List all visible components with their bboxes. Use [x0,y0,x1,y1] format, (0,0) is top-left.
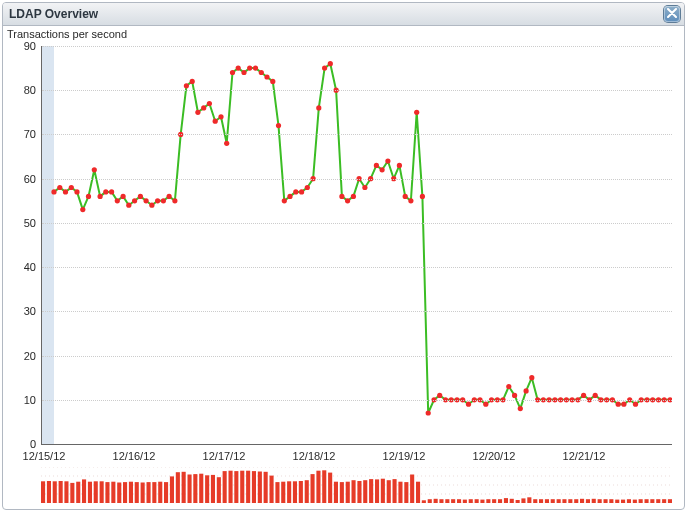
svg-rect-159 [311,474,315,503]
svg-point-56 [374,163,379,168]
svg-rect-208 [598,499,602,503]
svg-rect-175 [404,482,408,503]
svg-point-51 [345,198,350,203]
svg-rect-164 [340,482,344,503]
y-tick-label: 20 [24,350,42,362]
svg-point-11 [115,198,120,203]
svg-rect-134 [164,482,168,503]
svg-rect-183 [451,499,455,503]
svg-point-25 [195,110,200,115]
svg-rect-187 [475,499,479,503]
gridline [42,90,672,91]
svg-rect-126 [117,483,121,504]
svg-rect-210 [609,499,613,503]
svg-point-82 [524,388,529,393]
svg-rect-209 [604,499,608,503]
svg-point-36 [259,70,264,75]
svg-rect-170 [375,479,379,503]
svg-point-19 [161,198,166,203]
svg-rect-168 [363,480,367,503]
svg-point-57 [380,167,385,172]
panel-header: LDAP Overview [3,3,684,26]
x-tick-label: 12/21/12 [563,450,606,462]
gridline [42,134,672,135]
svg-point-4 [74,189,79,194]
svg-point-35 [253,66,258,71]
svg-point-9 [103,189,108,194]
svg-rect-220 [668,499,672,503]
plot-area[interactable]: 010203040506070809012/15/1212/16/1212/17… [41,46,672,445]
svg-point-18 [155,198,160,203]
svg-rect-171 [381,479,385,503]
svg-rect-180 [434,499,438,503]
svg-point-2 [63,189,68,194]
svg-rect-172 [387,480,391,503]
y-tick-label: 40 [24,261,42,273]
svg-point-60 [397,163,402,168]
svg-point-63 [414,110,419,115]
svg-point-67 [437,393,442,398]
svg-rect-125 [111,482,115,503]
svg-point-75 [483,402,488,407]
svg-rect-117 [64,481,68,503]
svg-point-39 [276,123,281,128]
y-tick-label: 90 [24,40,42,52]
svg-point-99 [621,402,626,407]
gridline [42,311,672,312]
svg-rect-184 [457,499,461,503]
svg-rect-216 [645,499,649,503]
svg-rect-214 [633,500,637,503]
svg-rect-140 [199,474,203,503]
svg-rect-181 [439,499,443,503]
svg-point-3 [69,185,74,190]
svg-rect-136 [176,472,180,503]
y-tick-label: 80 [24,84,42,96]
svg-rect-213 [627,499,631,503]
gridline [42,46,672,47]
svg-point-34 [247,66,252,71]
x-tick-label: 12/20/12 [473,450,516,462]
svg-rect-166 [352,480,356,503]
svg-rect-144 [223,471,227,503]
svg-rect-201 [557,499,561,503]
svg-point-101 [633,402,638,407]
svg-rect-127 [123,482,127,503]
y-tick-label: 10 [24,394,42,406]
svg-rect-142 [211,475,215,503]
svg-point-24 [190,79,195,84]
svg-rect-195 [521,498,525,503]
svg-rect-185 [463,500,467,503]
svg-rect-173 [393,479,397,503]
svg-point-21 [172,198,177,203]
svg-rect-152 [270,476,274,503]
svg-rect-114 [47,481,51,503]
svg-point-94 [593,393,598,398]
chart-subtitle: Transactions per second [7,28,127,40]
svg-rect-161 [322,470,326,503]
gridline [42,179,672,180]
svg-rect-118 [70,483,74,503]
svg-rect-128 [129,482,133,503]
svg-point-12 [121,194,126,199]
svg-rect-146 [234,471,238,503]
x-tick-label: 12/16/12 [113,450,156,462]
close-button[interactable] [664,6,680,22]
panel-title-extra [102,7,158,21]
svg-rect-138 [188,475,192,504]
svg-rect-119 [76,482,80,503]
svg-point-54 [362,185,367,190]
overview-strip[interactable] [41,467,672,503]
svg-point-81 [518,406,523,411]
svg-rect-189 [486,499,490,503]
svg-rect-116 [59,481,63,503]
svg-point-1 [57,185,62,190]
y-tick-label: 0 [30,438,42,450]
svg-point-44 [305,185,310,190]
svg-rect-176 [410,475,414,504]
gridline [42,356,672,357]
svg-point-79 [506,384,511,389]
svg-rect-167 [357,481,361,503]
svg-rect-207 [592,499,596,503]
svg-rect-163 [334,482,338,503]
svg-point-10 [109,189,114,194]
